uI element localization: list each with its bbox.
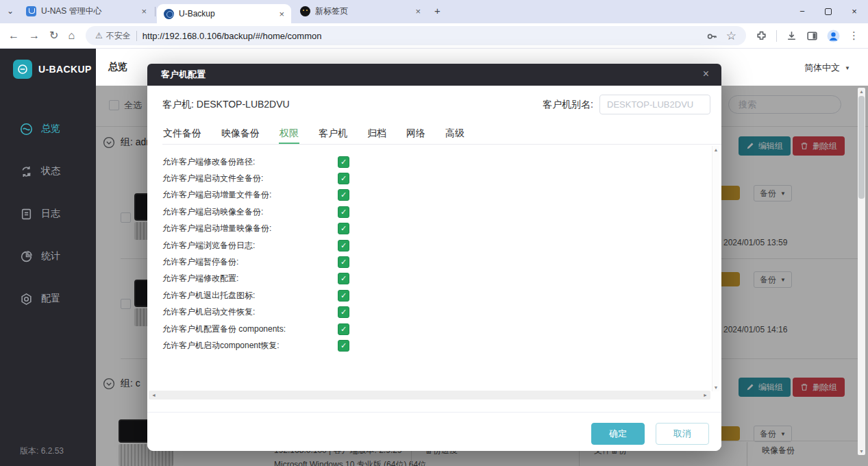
alias-input[interactable] [599, 95, 710, 114]
permission-checkbox[interactable]: ✓ [338, 240, 349, 252]
new-tab-button[interactable]: + [434, 5, 441, 16]
sidebar-item-settings[interactable]: 配置 [0, 278, 96, 320]
tab-separator [155, 7, 156, 16]
security-label: 不安全 [106, 30, 131, 42]
permission-label: 允许客户端启动增量映像备份: [162, 223, 334, 234]
forward-icon[interactable]: → [29, 30, 40, 41]
language-selector[interactable]: 简体中文 ▼ [804, 62, 850, 74]
browser-toolbar: ← → ↻ ⌂ ⚠ 不安全 http://192.168.0.106/backu… [0, 23, 868, 49]
check-icon: ✓ [340, 208, 347, 216]
window-minimize-button[interactable]: − [789, 0, 816, 23]
scroll-right-icon[interactable]: ► [703, 391, 708, 400]
tab-file-backup[interactable]: 文件备份 [162, 124, 202, 144]
confirm-button[interactable]: 确定 [591, 423, 645, 445]
close-tab-icon[interactable]: × [279, 9, 284, 19]
permission-checkbox[interactable]: ✓ [338, 290, 349, 302]
tab-image-backup[interactable]: 映像备份 [221, 124, 260, 144]
permission-row: 允许客户端启动增量文件备份: ✓ [162, 187, 694, 204]
newtab-favicon-icon [300, 6, 310, 16]
browser-menu-icon[interactable]: ⋮ [849, 29, 860, 42]
tab-archive[interactable]: 归档 [367, 124, 387, 144]
close-tab-icon[interactable]: × [141, 6, 147, 16]
check-icon: ✓ [340, 308, 347, 316]
profile-avatar-icon[interactable] [827, 29, 840, 42]
check-icon: ✓ [340, 341, 347, 350]
window-close-button[interactable]: × [841, 0, 868, 23]
permission-row: 允许客户端暂停备份: ✓ [162, 254, 694, 270]
permission-checkbox[interactable]: ✓ [338, 156, 349, 168]
check-icon: ✓ [340, 224, 347, 232]
browser-tab-unas[interactable]: U-NAS 管理中心 × [19, 0, 153, 23]
tab-client[interactable]: 客户机 [318, 124, 348, 144]
tab-search-button[interactable]: ⌄ [7, 6, 14, 16]
dialog-vertical-scrollbar[interactable]: ▲ ▼ [712, 146, 719, 391]
dialog-titlebar: 客户机配置 [147, 64, 721, 86]
tab-title: U-Backup [179, 9, 274, 19]
bookmark-star-icon[interactable]: ☆ [726, 30, 736, 42]
status-icon [20, 165, 33, 178]
scrollbar-thumb[interactable] [858, 96, 865, 199]
tab-network[interactable]: 网络 [406, 124, 426, 144]
permission-checkbox[interactable]: ✓ [338, 306, 349, 318]
permission-row: 允许客户端启动增量映像备份: ✓ [162, 221, 694, 237]
cancel-button[interactable]: 取消 [656, 423, 709, 445]
extensions-icon[interactable] [756, 30, 767, 42]
app-sidebar: U-BACKUP 总览 状态 日志 统计 配置 版本 [0, 49, 96, 466]
browser-tab-ubackup[interactable]: U-Backup × [157, 4, 291, 23]
scroll-up-icon[interactable]: ▲ [858, 89, 865, 94]
scroll-up-icon[interactable]: ▲ [712, 147, 719, 152]
dialog-horizontal-scrollbar[interactable]: ◄ ► [149, 391, 710, 400]
scroll-down-icon[interactable]: ▼ [712, 385, 719, 390]
sidebar-item-logs[interactable]: 日志 [0, 193, 96, 235]
alias-field-group: 客户机别名: [543, 95, 710, 114]
tab-title: U-NAS 管理中心 [41, 5, 136, 17]
permission-checkbox[interactable]: ✓ [338, 206, 349, 218]
page-scrollbar[interactable]: ▲ ▼ [858, 88, 865, 455]
close-tab-icon[interactable]: × [415, 6, 421, 16]
sidebar-item-status[interactable]: 状态 [0, 150, 96, 193]
check-icon: ✓ [340, 274, 347, 282]
ubackup-logo-icon [13, 60, 32, 79]
toolbar-separator [776, 30, 777, 42]
permission-checkbox[interactable]: ✓ [338, 173, 349, 184]
download-icon[interactable] [786, 30, 797, 42]
sidebar-menu: 总览 状态 日志 统计 配置 [0, 108, 96, 320]
sidebar-item-label: 统计 [41, 250, 60, 262]
browser-tab-newtab[interactable]: 新标签页 × [293, 0, 427, 23]
permission-row: 允许客户端浏览备份日志: ✓ [162, 237, 694, 254]
scroll-down-icon[interactable]: ▼ [858, 449, 865, 454]
scroll-left-icon[interactable]: ◄ [151, 391, 156, 400]
address-bar[interactable]: ⚠ 不安全 http://192.168.0.106/backup/#/home… [86, 26, 746, 45]
security-chip[interactable]: ⚠ 不安全 [95, 30, 131, 42]
dialog-title: 客户机配置 [161, 69, 206, 81]
home-icon[interactable]: ⌂ [68, 30, 75, 41]
tab-permissions[interactable]: 权限 [279, 124, 299, 144]
permission-checkbox[interactable]: ✓ [338, 323, 349, 335]
back-icon[interactable]: ← [8, 30, 19, 41]
dialog-close-icon[interactable]: × [703, 68, 709, 80]
check-icon: ✓ [340, 325, 347, 333]
app-version: 版本: 6.2.53 [20, 445, 64, 457]
sidebar-item-statistics[interactable]: 统计 [0, 235, 96, 278]
password-key-icon[interactable] [706, 30, 718, 42]
permission-checkbox[interactable]: ✓ [338, 256, 349, 268]
reload-icon[interactable]: ↻ [49, 30, 58, 41]
screen: ⌄ U-NAS 管理中心 × U-Backup × 新标签页 × + − × ←… [0, 0, 868, 466]
check-icon: ✓ [340, 191, 347, 199]
sidebar-item-overview[interactable]: 总览 [0, 108, 96, 150]
sidebar-item-label: 总览 [41, 123, 60, 135]
permission-label: 允许客户机配置备份 components: [162, 323, 334, 335]
window-maximize-button[interactable] [815, 0, 842, 23]
dialog-footer: 确定 取消 [147, 412, 721, 451]
permission-checkbox[interactable]: ✓ [338, 273, 349, 284]
tab-advanced[interactable]: 高级 [445, 124, 465, 144]
browser-tabstrip: ⌄ U-NAS 管理中心 × U-Backup × 新标签页 × + − × [0, 0, 868, 23]
url-text: http://192.168.0.106/backup/#/home/commo… [142, 31, 701, 41]
sidebar-item-label: 日志 [41, 208, 60, 220]
permission-checkbox[interactable]: ✓ [338, 189, 349, 201]
side-panel-icon[interactable] [806, 30, 818, 42]
permission-checkbox[interactable]: ✓ [338, 223, 349, 234]
permission-checkbox[interactable]: ✓ [338, 340, 349, 352]
alias-label: 客户机别名: [543, 99, 593, 111]
app-logo: U-BACKUP [0, 49, 96, 79]
